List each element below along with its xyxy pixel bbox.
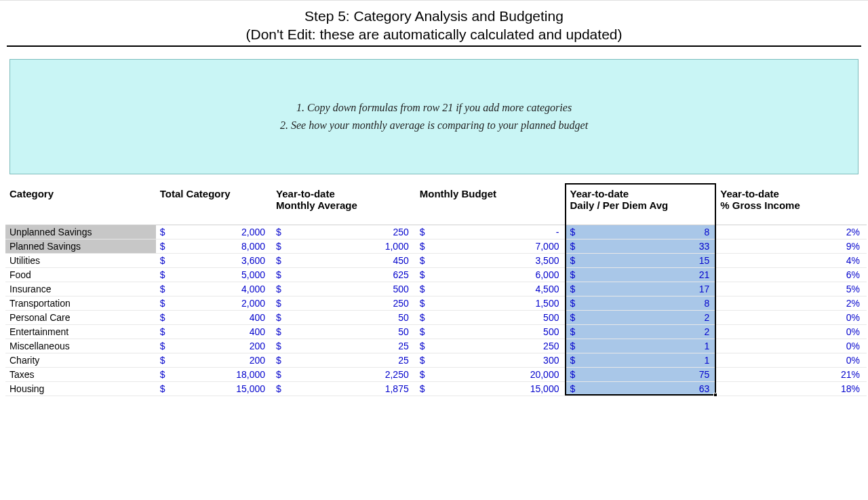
category-table[interactable]: Category Total Category Year-to-date Mon… [5, 184, 867, 396]
cell[interactable]: $250 [272, 296, 416, 310]
header-ytd-daily[interactable]: Year-to-date Daily / Per Diem Avg [566, 184, 716, 225]
cell-category[interactable]: Insurance [5, 282, 156, 296]
cell-category[interactable]: Entertainment [5, 324, 156, 339]
cell-pct[interactable]: 0% [716, 324, 867, 339]
table-row[interactable]: Housing$15,000$1,875$15,000$6318% [5, 381, 867, 396]
cell[interactable]: $1,500 [416, 296, 566, 310]
header-category[interactable]: Category [5, 184, 156, 225]
cell[interactable]: $1,000 [272, 239, 416, 253]
cell[interactable]: $8,000 [156, 239, 272, 253]
cell-category[interactable]: Planned Savings [5, 239, 156, 253]
cell[interactable]: $1 [566, 339, 716, 353]
cell[interactable]: $400 [156, 324, 272, 339]
cell[interactable]: $500 [416, 324, 566, 339]
header-ytd-monthly-avg[interactable]: Year-to-date Monthly Average [272, 184, 416, 225]
table-row[interactable]: Planned Savings$8,000$1,000$7,000$339% [5, 239, 867, 253]
cell[interactable]: $1 [566, 353, 716, 367]
cell[interactable]: $18,000 [156, 367, 272, 381]
cell-value: 3,500 [420, 255, 562, 266]
cell[interactable]: $21 [566, 267, 716, 282]
table-row[interactable]: Unplanned Savings$2,000$250$-$82% [5, 225, 867, 239]
table-row[interactable]: Entertainment$400$50$500$20% [5, 324, 867, 339]
cell-category[interactable]: Utilities [5, 253, 156, 267]
cell[interactable]: $4,500 [416, 282, 566, 296]
cell[interactable]: $- [416, 225, 566, 239]
table-row[interactable]: Charity$200$25$300$10% [5, 353, 867, 367]
cell-pct[interactable]: 2% [716, 296, 867, 310]
cell[interactable]: $200 [156, 353, 272, 367]
cell[interactable]: $75 [566, 367, 716, 381]
currency-symbol: $ [420, 383, 425, 394]
cell[interactable]: $15,000 [416, 381, 566, 396]
cell-pct[interactable]: 2% [716, 225, 867, 239]
cell[interactable]: $450 [272, 253, 416, 267]
cell-value: 0% [720, 341, 863, 351]
cell[interactable]: $2 [566, 310, 716, 324]
cell-value: - [420, 227, 562, 237]
cell-value: 8 [570, 298, 712, 309]
cell[interactable]: $1,875 [272, 381, 416, 396]
cell-category[interactable]: Miscellaneous [5, 339, 156, 353]
cell-category[interactable]: Housing [5, 381, 156, 396]
cell[interactable]: $625 [272, 267, 416, 282]
cell[interactable]: $63 [566, 381, 716, 396]
cell[interactable]: $33 [566, 239, 716, 253]
cell[interactable]: $15,000 [156, 381, 272, 396]
table-row[interactable]: Transportation$2,000$250$1,500$82% [5, 296, 867, 310]
cell[interactable]: $2 [566, 324, 716, 339]
header-ytd-pct[interactable]: Year-to-date % Gross Income [716, 184, 867, 225]
cell[interactable]: $50 [272, 310, 416, 324]
table-row[interactable]: Insurance$4,000$500$4,500$175% [5, 282, 867, 296]
cell[interactable]: $5,000 [156, 267, 272, 282]
cell[interactable]: $250 [416, 339, 566, 353]
table-row[interactable]: Taxes$18,000$2,250$20,000$7521% [5, 367, 867, 381]
cell-pct[interactable]: 0% [716, 310, 867, 324]
cell[interactable]: $500 [416, 310, 566, 324]
cell-pct[interactable]: 0% [716, 339, 867, 353]
cell-category[interactable]: Taxes [5, 367, 156, 381]
cell-pct[interactable]: 5% [716, 282, 867, 296]
cell-pct[interactable]: 18% [716, 381, 867, 396]
cell-category[interactable]: Unplanned Savings [5, 225, 156, 239]
cell-category[interactable]: Food [5, 267, 156, 282]
cell[interactable]: $3,600 [156, 253, 272, 267]
cell-pct[interactable]: 21% [716, 367, 867, 381]
header-monthly-budget[interactable]: Monthly Budget [416, 184, 566, 225]
cell[interactable]: $200 [156, 339, 272, 353]
cell[interactable]: $6,000 [416, 267, 566, 282]
table-row[interactable]: Personal Care$400$50$500$20% [5, 310, 867, 324]
cell[interactable]: $8 [566, 296, 716, 310]
cell[interactable]: $17 [566, 282, 716, 296]
cell-value: 2,000 [160, 227, 268, 237]
cell[interactable]: $8 [566, 225, 716, 239]
cell-category[interactable]: Personal Care [5, 310, 156, 324]
cell-pct[interactable]: 0% [716, 353, 867, 367]
cell[interactable]: $500 [272, 282, 416, 296]
currency-symbol: $ [276, 355, 281, 366]
cell[interactable]: $15 [566, 253, 716, 267]
cell[interactable]: $2,250 [272, 367, 416, 381]
cell[interactable]: $3,500 [416, 253, 566, 267]
cell[interactable]: $250 [272, 225, 416, 239]
cell[interactable]: $4,000 [156, 282, 272, 296]
cell[interactable]: $25 [272, 339, 416, 353]
cell-pct[interactable]: 4% [716, 253, 867, 267]
header-total[interactable]: Total Category [156, 184, 272, 225]
cell[interactable]: $300 [416, 353, 566, 367]
currency-symbol: $ [420, 312, 425, 323]
cell-category[interactable]: Transportation [5, 296, 156, 310]
cell[interactable]: $400 [156, 310, 272, 324]
cell-pct[interactable]: 6% [716, 267, 867, 282]
cell[interactable]: $50 [272, 324, 416, 339]
table-row[interactable]: Utilities$3,600$450$3,500$154% [5, 253, 867, 267]
cell[interactable]: $2,000 [156, 296, 272, 310]
table-row[interactable]: Miscellaneous$200$25$250$10% [5, 339, 867, 353]
table-row[interactable]: Food$5,000$625$6,000$216% [5, 267, 867, 282]
cell-value: 17 [570, 284, 712, 294]
cell[interactable]: $7,000 [416, 239, 566, 253]
cell-pct[interactable]: 9% [716, 239, 867, 253]
cell[interactable]: $20,000 [416, 367, 566, 381]
cell-category[interactable]: Charity [5, 353, 156, 367]
cell[interactable]: $25 [272, 353, 416, 367]
cell[interactable]: $2,000 [156, 225, 272, 239]
